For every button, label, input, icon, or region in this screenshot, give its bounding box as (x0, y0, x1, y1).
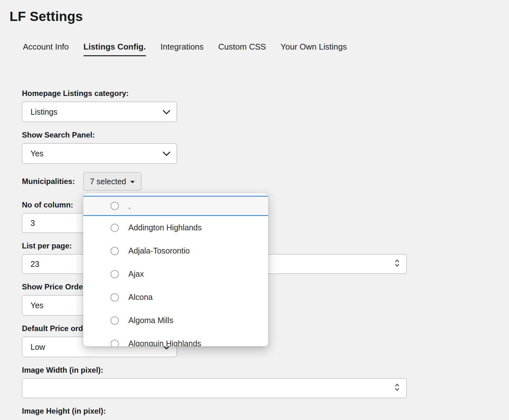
show-search-panel-select[interactable]: Yes (22, 143, 177, 164)
up-down-stepper-icon[interactable] (395, 383, 400, 394)
tab-account-info[interactable]: Account Info (23, 43, 69, 56)
field-municipalities: Municipalities: 7 selected (22, 172, 509, 191)
option-label: Ajax (128, 269, 144, 279)
dropdown-option[interactable]: Algoma Mills (83, 309, 268, 332)
dropdown-option[interactable]: Alcona (83, 286, 268, 309)
dropdown-option[interactable]: Algonquin Highlands (83, 332, 268, 346)
option-label: Alcona (128, 293, 153, 302)
option-label: Algoma Mills (128, 316, 173, 325)
image-height-label: Image Height (in pixel): (22, 407, 509, 416)
image-width-label: Image Width (in pixel): (22, 366, 509, 375)
option-label: Algonquin Highlands (128, 339, 201, 346)
tab-your-own-listings[interactable]: Your Own Listings (281, 43, 347, 56)
dropdown-option[interactable]: Adjala-Tosorontio (83, 239, 268, 262)
option-label: Addington Highlands (128, 223, 202, 232)
tab-listings-config[interactable]: Listings Config. (84, 43, 146, 56)
tab-custom-css[interactable]: Custom CSS (218, 43, 266, 56)
municipalities-multiselect-button[interactable]: 7 selected (83, 172, 141, 191)
option-label: Adjala-Tosorontio (128, 246, 190, 255)
show-search-panel-value: Yes (31, 149, 44, 158)
caret-down-icon (130, 181, 135, 183)
radio-circle-icon (111, 340, 119, 347)
municipalities-selected-count: 7 selected (90, 177, 126, 186)
radio-circle-icon (111, 247, 119, 255)
up-down-stepper-icon[interactable] (395, 258, 400, 270)
radio-circle-icon (111, 316, 119, 325)
default-price-order-value: Low (31, 342, 45, 352)
homepage-category-select[interactable]: Listings (22, 102, 177, 122)
dropdown-option[interactable]: Addington Highlands (83, 216, 268, 239)
chevron-down-icon (163, 149, 170, 158)
homepage-category-label: Homepage Listings category: (22, 89, 509, 98)
dropdown-option[interactable]: Ajax (83, 262, 268, 286)
field-show-search-panel: Show Search Panel: Yes (22, 131, 509, 164)
radio-circle-icon (111, 224, 119, 232)
radio-circle-icon (111, 270, 119, 278)
chevron-down-icon (163, 107, 170, 117)
municipalities-dropdown: . Addington Highlands Adjala-Tosorontio … (83, 193, 268, 346)
tab-integrations[interactable]: Integrations (160, 43, 204, 56)
option-label: . (128, 201, 131, 211)
field-homepage-category: Homepage Listings category: Listings (22, 89, 509, 122)
homepage-category-value: Listings (31, 107, 58, 117)
field-image-width: Image Width (in pixel): (22, 366, 509, 398)
radio-circle-icon (111, 202, 119, 210)
image-width-input[interactable] (22, 378, 407, 398)
dropdown-option[interactable]: . (83, 196, 268, 216)
page-title: LF Settings (10, 9, 509, 24)
radio-circle-icon (111, 293, 119, 301)
municipalities-label: Municipalities: (22, 177, 83, 186)
show-price-order-value: Yes (31, 301, 44, 310)
show-search-panel-label: Show Search Panel: (22, 131, 509, 139)
settings-tabs: Account Info Listings Config. Integratio… (23, 43, 509, 56)
